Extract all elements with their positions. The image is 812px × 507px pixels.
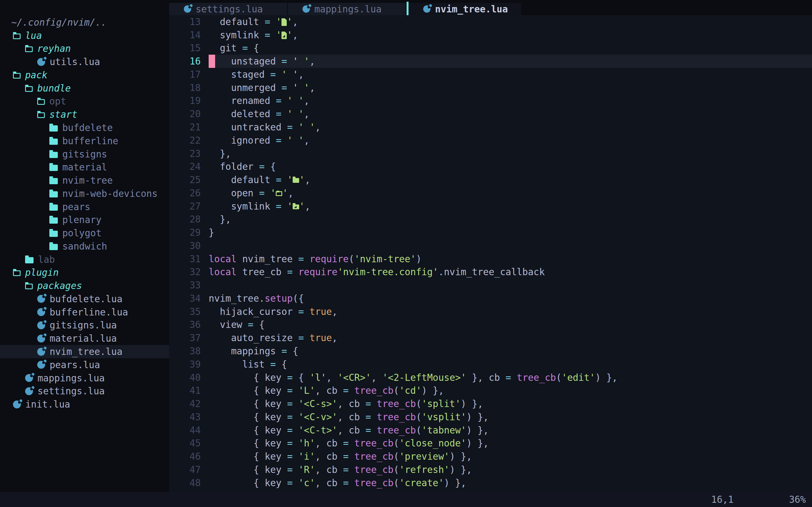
line-number: 38 bbox=[169, 346, 209, 356]
code-line[interactable]: 40 { key = { 'l', '<CR>', '<2-LeftMouse>… bbox=[169, 371, 812, 384]
folder-open-outline-icon bbox=[25, 47, 33, 52]
tree-item-pears.lua[interactable]: pears.lua bbox=[0, 358, 169, 372]
tree-item-nvim-tree[interactable]: nvim-tree bbox=[0, 174, 169, 187]
code-line[interactable]: 19 renamed = ' ', bbox=[169, 94, 812, 108]
code-line[interactable]: 39 list = { bbox=[169, 358, 812, 371]
tree-item-pears[interactable]: pears bbox=[0, 200, 169, 214]
tab-mappings.lua[interactable]: mappings.lua bbox=[288, 3, 406, 15]
code-line[interactable]: 38 mappings = { bbox=[169, 344, 812, 358]
code-line[interactable]: 36 view = { bbox=[169, 318, 812, 332]
tree-item-material.lua[interactable]: material.lua bbox=[0, 332, 169, 345]
tree-item-settings.lua[interactable]: settings.lua bbox=[0, 385, 169, 398]
line-number: 22 bbox=[169, 135, 209, 146]
code-line[interactable]: 15 git = { bbox=[169, 42, 812, 55]
code-line[interactable]: 27 symlink = '', bbox=[169, 200, 812, 213]
tree-item-mappings.lua[interactable]: mappings.lua bbox=[0, 372, 169, 385]
tree-item-gitsigns[interactable]: gitsigns bbox=[0, 148, 169, 161]
code-line[interactable]: 37 auto_resize = true, bbox=[169, 331, 812, 344]
tree-item-bufferline.lua[interactable]: bufferline.lua bbox=[0, 305, 169, 319]
tree-item-plugin[interactable]: plugin bbox=[0, 266, 169, 279]
code-line[interactable]: 14 symlink = '', bbox=[169, 29, 812, 42]
tree-item-label: gitsigns bbox=[62, 149, 107, 160]
tree-item-polygot[interactable]: polygot bbox=[0, 226, 169, 240]
tree-item-bufdelete.lua[interactable]: bufdelete.lua bbox=[0, 292, 169, 305]
tree-item-lua[interactable]: lua bbox=[0, 29, 169, 42]
tab-settings.lua[interactable]: settings.lua bbox=[169, 3, 287, 15]
tree-item-plenary[interactable]: plenary bbox=[0, 213, 169, 226]
code-line-text: auto_resize = true, bbox=[209, 332, 338, 343]
tree-item-packages[interactable]: packages bbox=[0, 279, 169, 292]
code-editor[interactable]: 13 default = '',14 symlink = '',15 git =… bbox=[169, 15, 812, 492]
lua-logo-icon bbox=[37, 348, 45, 356]
tree-item-start[interactable]: start bbox=[0, 108, 169, 121]
file-tree-sidebar[interactable]: ~/.config/nvim/..luareyhanutils.luapackb… bbox=[0, 0, 169, 492]
code-line[interactable]: 32local tree_cb = require'nvim-tree.conf… bbox=[169, 266, 812, 279]
tree-item-init.lua[interactable]: init.lua bbox=[0, 398, 169, 411]
code-line[interactable]: 26 open = '', bbox=[169, 186, 812, 200]
tree-item-nvim_tree.lua[interactable]: nvim_tree.lua bbox=[0, 345, 169, 358]
code-line[interactable]: 34nvim_tree.setup({ bbox=[169, 292, 812, 305]
code-line-text: { key = 'h', cb = tree_cb('close_node') … bbox=[209, 438, 489, 449]
code-line-text: default = '', bbox=[209, 174, 310, 185]
tree-item-label: ~/.config/nvim/.. bbox=[11, 17, 107, 28]
code-line[interactable]: 42 { key = '<C-s>', cb = tree_cb('split'… bbox=[169, 397, 812, 410]
code-line[interactable]: 24 folder = { bbox=[169, 160, 812, 173]
code-line[interactable]: 45 { key = 'h', cb = tree_cb('close_node… bbox=[169, 437, 812, 450]
tree-item-bundle[interactable]: bundle bbox=[0, 82, 169, 95]
tree-item-material[interactable]: material bbox=[0, 161, 169, 174]
code-line[interactable]: 20 deleted = ' ', bbox=[169, 107, 812, 121]
line-number: 35 bbox=[169, 306, 209, 317]
code-line[interactable]: 35 hijack_cursor = true, bbox=[169, 305, 812, 318]
code-line[interactable]: 29} bbox=[169, 226, 812, 239]
line-number: 44 bbox=[169, 425, 209, 436]
code-line-text: unmerged = ' ', bbox=[209, 82, 315, 93]
code-line-text: list = { bbox=[209, 359, 287, 370]
lua-logo-icon bbox=[37, 58, 45, 66]
tree-item-~/.config/nvim/..[interactable]: ~/.config/nvim/.. bbox=[0, 16, 169, 29]
code-line[interactable]: 48 { key = 'c', cb = tree_cb('create') }… bbox=[169, 476, 812, 490]
tree-item-utils.lua[interactable]: utils.lua bbox=[0, 55, 169, 68]
code-line[interactable]: 46 { key = 'i', cb = tree_cb('preview') … bbox=[169, 450, 812, 463]
code-line[interactable]: 30 bbox=[169, 239, 812, 252]
line-number: 24 bbox=[169, 161, 209, 172]
lua-logo-icon bbox=[37, 361, 45, 369]
code-line[interactable]: 16 unstaged = ' ', bbox=[169, 55, 812, 68]
tree-item-label: material.lua bbox=[50, 333, 117, 344]
line-number: 28 bbox=[169, 214, 209, 225]
tree-item-opt[interactable]: opt bbox=[0, 95, 169, 108]
code-line[interactable]: 41 { key = 'L', cb = tree_cb('cd') }, bbox=[169, 384, 812, 397]
tab-bar[interactable]: settings.luamappings.luanvim_tree.lua bbox=[169, 0, 812, 15]
code-line[interactable]: 31local nvim_tree = require('nvim-tree') bbox=[169, 252, 812, 266]
code-line[interactable]: 21 untracked = ' ', bbox=[169, 121, 812, 134]
line-number: 47 bbox=[169, 464, 209, 475]
code-line[interactable]: 25 default = '', bbox=[169, 173, 812, 186]
tree-item-label: settings.lua bbox=[38, 386, 105, 397]
tree-item-gitsigns.lua[interactable]: gitsigns.lua bbox=[0, 319, 169, 332]
file-glyph-icon bbox=[282, 18, 287, 26]
code-line-text: local tree_cb = require'nvim-tree.config… bbox=[209, 267, 545, 277]
tree-item-nvim-web-devicons[interactable]: nvim-web-devicons bbox=[0, 187, 169, 200]
code-line[interactable]: 28 }, bbox=[169, 213, 812, 226]
code-line[interactable]: 13 default = '', bbox=[169, 15, 812, 29]
code-line[interactable]: 43 { key = '<C-v>', cb = tree_cb('vsplit… bbox=[169, 410, 812, 424]
code-line[interactable]: 44 { key = '<C-t>', cb = tree_cb('tabnew… bbox=[169, 424, 812, 437]
tree-item-reyhan[interactable]: reyhan bbox=[0, 42, 169, 55]
code-line[interactable]: 23 }, bbox=[169, 147, 812, 160]
tab-nvim_tree.lua[interactable]: nvim_tree.lua bbox=[409, 3, 521, 15]
tree-item-lab[interactable]: lab bbox=[0, 253, 169, 266]
line-number: 13 bbox=[169, 16, 209, 27]
tree-item-bufferline[interactable]: bufferline bbox=[0, 134, 169, 148]
folder-symlink-glyph-icon bbox=[293, 205, 299, 209]
tree-item-label: pears.lua bbox=[50, 359, 100, 371]
tree-item-bufdelete[interactable]: bufdelete bbox=[0, 121, 169, 134]
tree-item-pack[interactable]: pack bbox=[0, 68, 169, 82]
code-line[interactable]: 47 { key = 'R', cb = tree_cb('refresh') … bbox=[169, 463, 812, 476]
code-line[interactable]: 22 ignored = ' ', bbox=[169, 134, 812, 147]
code-line[interactable]: 18 unmerged = ' ', bbox=[169, 81, 812, 94]
code-line-text: }, bbox=[209, 148, 231, 159]
code-line[interactable]: 17 staged = ' ', bbox=[169, 68, 812, 81]
lua-logo-icon bbox=[25, 387, 33, 395]
tree-item-label: utils.lua bbox=[50, 56, 100, 67]
code-line[interactable]: 33 bbox=[169, 279, 812, 292]
tree-item-sandwich[interactable]: sandwich bbox=[0, 240, 169, 253]
